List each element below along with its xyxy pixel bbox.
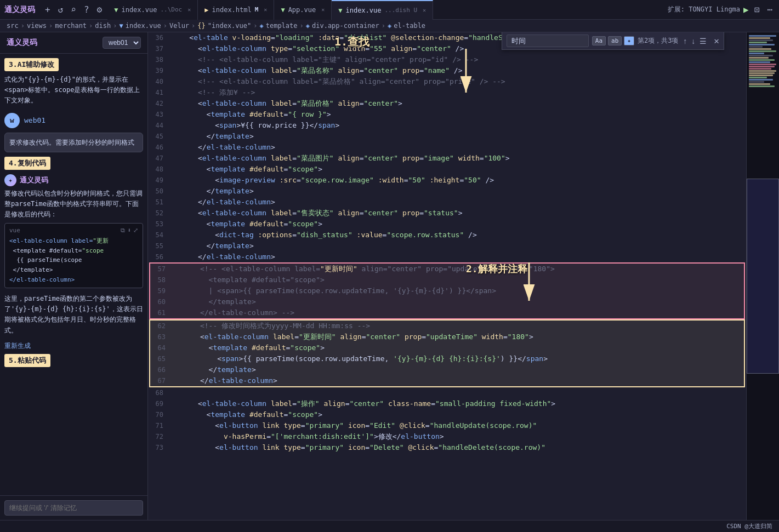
tab-close-1[interactable]: ✕ [187,7,191,13]
code-line-row: 45 </template> [148,131,746,142]
sidebar-intro-text: 式化为"{y}-{m}-{d}"的形式，并显示在<span>标签中。scope是… [4,75,143,106]
tab-app-vue[interactable]: ▼ App.vue ✕ [274,0,332,20]
new-file-icon[interactable]: + [43,3,53,16]
code-line-row: 40 <!-- <el-table-column label="菜品价格" al… [148,76,746,87]
code-line-row: 38 <!-- <el-table-column label="主键" alig… [148,54,746,65]
split-icon[interactable]: ⊡ [752,3,762,16]
minimap-line [749,53,764,54]
tab-index-vue-doc[interactable]: ▼ index.vue ..\Doc ✕ [107,0,198,20]
code-line-row: 49 <image-preview :src="scope.row.image"… [148,175,746,186]
tongyi-response-1: 要修改代码以包含时分秒的时间格式，您只需调整parseTime函数中的格式字符串… [4,188,143,220]
crumb-div[interactable]: div.app-container [312,22,379,30]
crumb-eltable[interactable]: el-table [394,22,425,30]
code-line-5: </el-table-column> [9,275,138,285]
regenerate-button[interactable]: 重新生成 [4,341,31,351]
code-line-row-63: 63 <el-table-column label="更新时间" align="… [150,331,744,342]
search-next-btn[interactable]: ↓ [690,37,697,45]
tab-icon-2: ▶ [204,6,208,14]
undo-icon[interactable]: ↺ [56,3,66,16]
download-icon[interactable]: ⬇ [127,227,131,234]
minimap-line [749,70,776,72]
sidebar-workspace-select[interactable]: web01 [103,37,141,49]
minimap-line [749,44,775,45]
code-line-3: {{ parseTime(scope [9,255,138,265]
chat-input[interactable] [4,500,143,516]
search-case-btn[interactable]: Aa [592,36,606,45]
code-line-row: 46 </el-table-column> [148,142,746,153]
username-label: web01 [24,116,46,124]
minimap-line [749,64,776,65]
editor-area: 1.查找 Aa ab ✦ 第2项，共3项 ↑ ↓ ☰ ✕ 36 <el-tabl… [148,32,746,520]
top-bar: 通义灵码 + ↺ ⌕ ? ⚙ ▼ index.vue ..\Doc ✕ ▶ in… [0,0,779,20]
minimap-line [749,77,767,78]
crumb-merchant[interactable]: merchant [55,22,87,30]
search-menu-btn[interactable]: ☰ [698,37,708,45]
crumb-template[interactable]: template [266,22,298,30]
code-line-row: 54 <dict-tag :options="dish_status" :val… [148,230,746,241]
minimap-line [749,85,775,87]
code-line-row-61: 61 </el-table-column> --> [150,307,744,318]
code-line-row: 43 <template #default="{ row }"> [148,109,746,120]
code-line-row: 52 <el-table-column label="售卖状态" align="… [148,208,746,219]
tab-close-4[interactable]: ✕ [423,7,426,13]
crumb-dish[interactable]: dish [95,22,111,30]
minimap-line [749,61,770,63]
sidebar-user-row: w web01 [4,113,143,128]
minimap-line [749,37,770,39]
crumb-div-icon: ◈ [306,22,310,30]
more-icon[interactable]: ⋯ [765,3,775,16]
tab-close-2[interactable]: ✕ [264,7,267,13]
code-line-row-58: 58 <template #default="scope"> [150,274,744,285]
minimap-line [749,75,773,76]
step4-annotation: 4.复制代码 [4,157,50,170]
crumb-indexvue2[interactable]: "index.vue" [208,22,251,30]
crumb-table-icon: ◈ [388,22,391,30]
status-bar: CSDN @大道归简 [0,520,779,532]
regenerate-container: 重新生成 [4,341,143,351]
search-word-btn[interactable]: ab [608,36,622,45]
crumb-indexvue[interactable]: index.vue [126,22,161,30]
breadcrumb: src › views › merchant › dish › ▼ index.… [0,20,779,32]
code-line-row-64: 64 <template #default="scope"> [150,342,744,353]
tab-close-3[interactable]: ✕ [321,7,325,13]
tab-icon-1: ▼ [114,6,118,14]
code-line-row: 51 </el-table-column> [148,197,746,208]
tab-modified-2: M [255,6,259,13]
tab-sublabel-1: ..\Doc [160,6,182,13]
tab-index-vue-dish[interactable]: ▼ index.vue ...dish U ✕ [332,0,433,20]
crumb-src[interactable]: src [7,22,19,30]
code-copy-icons[interactable]: ⧉ ⬇ ⤢ [121,227,138,234]
run-icon[interactable]: ▶ [743,4,749,15]
tab-icon-4: ▼ [338,7,342,14]
tab-label-1: index.vue [121,6,157,14]
minimap-line [749,68,771,70]
code-line-row-69: 69 <el-table-column label="操作" align="ce… [148,398,746,409]
code-line-row-65: 65 <span>{{ parseTime(scope.row.updateTi… [150,353,744,364]
tongyi-name: 通义灵码 [20,175,48,185]
code-block-header: vue ⧉ ⬇ ⤢ [9,227,138,234]
step3-annotation: 3.AI辅助修改 [4,58,59,71]
code-line-1: <el-table-column label="更新 [9,236,138,246]
minimap-line [749,83,770,85]
search-regex-btn[interactable]: ✦ [624,36,634,45]
code-line-row-59: 59 | <span>{{ parseTime(scope.row.update… [150,285,744,296]
step3-label-container: 3.AI辅助修改 [4,58,143,71]
search-options: Aa ab ✦ [592,36,634,45]
search-prev-btn[interactable]: ↑ [681,37,689,45]
crumb-views[interactable]: views [27,22,47,30]
expand-icon[interactable]: ⤢ [133,227,138,234]
code-line-row: 44 <span>¥{{ row.price }}</span> [148,120,746,131]
search-close-btn[interactable]: ✕ [714,36,719,46]
search-global-icon[interactable]: ⌕ [69,3,78,16]
search-input[interactable] [507,35,589,47]
code-editor[interactable]: 36 <el-table v-loading="loading" :data="… [148,32,746,520]
tab-label-2: index.html [212,6,251,14]
search-count: 第2项，共3项 [638,36,678,45]
tab-index-html[interactable]: ▶ index.html M ✕ [198,0,274,20]
code-line-row-67: 67 </el-table-column> [150,375,744,386]
help-icon[interactable]: ? [82,3,92,16]
copy-icon[interactable]: ⧉ [121,227,125,234]
crumb-velur[interactable]: Velur [169,22,189,30]
settings-icon[interactable]: ⚙ [95,3,105,16]
sidebar-title: 通义灵码 [7,38,37,48]
